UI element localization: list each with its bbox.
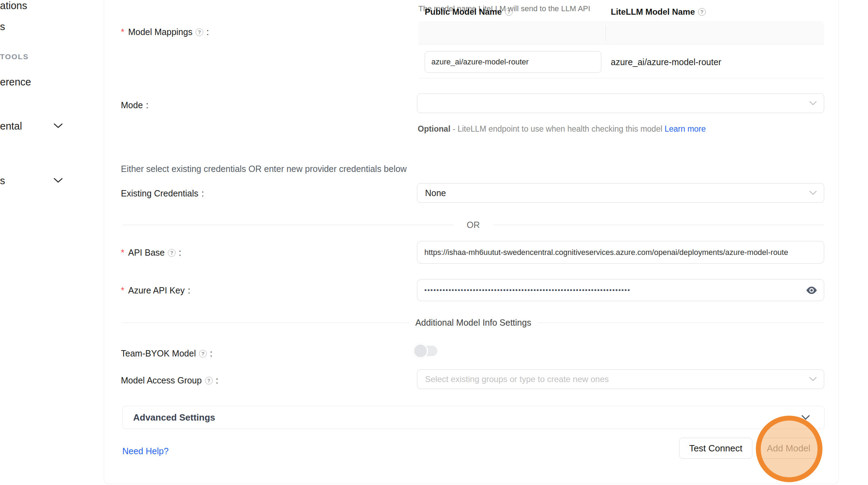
label-colon: : xyxy=(206,27,209,37)
masked-api-key-value: ••••••••••••••••••••••••••••••••••••••••… xyxy=(424,286,789,294)
model-mappings-label-text: Model Mappings xyxy=(128,27,192,37)
existing-credentials-label-text: Existing Credentials xyxy=(121,188,198,199)
model-access-group-label: Model Access Group ? : xyxy=(121,375,218,386)
advanced-settings-label: Advanced Settings xyxy=(133,412,215,423)
sidebar-item-clipped-3[interactable]: erence xyxy=(0,76,31,88)
chevron-down-icon xyxy=(809,101,817,106)
add-model-screen: ations s TOOLS erence ental s The model … xyxy=(0,0,868,485)
chevron-down-icon xyxy=(801,415,810,420)
toggle-knob xyxy=(413,343,428,359)
label-colon: : xyxy=(201,188,204,199)
api-base-input[interactable] xyxy=(417,241,824,264)
team-byok-toggle[interactable] xyxy=(413,343,438,359)
label-colon: : xyxy=(146,100,149,110)
api-base-label: * API Base ? : xyxy=(121,248,181,258)
mode-label-text: Mode xyxy=(121,100,143,110)
team-byok-label: Team-BYOK Model ? : xyxy=(121,348,212,359)
divider-line xyxy=(122,323,409,323)
azure-api-key-input[interactable]: ••••••••••••••••••••••••••••••••••••••••… xyxy=(417,279,824,301)
mode-select[interactable] xyxy=(417,93,824,113)
column-header-public-model-name: Public Model Name ? xyxy=(425,0,513,23)
or-divider: OR xyxy=(122,220,824,230)
help-icon[interactable]: ? xyxy=(168,249,176,257)
model-access-group-placeholder: Select existing groups or type to create… xyxy=(425,374,609,384)
help-icon[interactable]: ? xyxy=(199,350,207,358)
required-mark: * xyxy=(121,27,124,37)
model-mappings-table-header xyxy=(418,21,824,44)
required-mark: * xyxy=(121,248,124,258)
add-model-button[interactable]: Add Model xyxy=(759,438,819,459)
column-header-litellm-model-name: LiteLLM Model Name ? xyxy=(611,0,706,23)
table-column-divider xyxy=(606,26,606,41)
sidebar-item-clipped-2[interactable]: s xyxy=(0,21,5,33)
required-mark: * xyxy=(121,285,124,296)
need-help-link[interactable]: Need Help? xyxy=(122,446,169,456)
help-icon[interactable]: ? xyxy=(205,377,213,384)
help-icon[interactable]: ? xyxy=(196,28,203,36)
help-icon[interactable]: ? xyxy=(698,8,706,16)
existing-credentials-label: Existing Credentials : xyxy=(121,188,204,199)
test-connect-button[interactable]: Test Connect xyxy=(679,438,752,459)
mode-helper-bold: Optional xyxy=(418,124,450,133)
learn-more-link[interactable]: Learn more xyxy=(664,124,706,133)
public-model-name-input[interactable] xyxy=(425,51,601,73)
model-mappings-label: * Model Mappings ? : xyxy=(121,27,209,37)
divider-line xyxy=(493,225,824,225)
chevron-down-icon[interactable] xyxy=(53,177,63,183)
label-colon: : xyxy=(188,285,190,296)
model-access-group-select[interactable]: Select existing groups or type to create… xyxy=(417,369,824,389)
divider-line xyxy=(538,323,824,323)
azure-api-key-label: * Azure API Key : xyxy=(121,285,190,296)
additional-model-info-divider-text: Additional Model Info Settings xyxy=(415,318,531,328)
model-access-group-label-text: Model Access Group xyxy=(121,375,202,386)
chevron-down-icon xyxy=(809,190,817,195)
existing-credentials-value: None xyxy=(425,188,446,198)
label-colon: : xyxy=(210,348,212,359)
litellm-model-name-header-text: LiteLLM Model Name xyxy=(611,7,695,17)
label-colon: : xyxy=(216,375,218,386)
label-colon: : xyxy=(179,248,181,258)
team-byok-label-text: Team-BYOK Model xyxy=(121,348,196,359)
mode-helper-text: Optional - LiteLLM endpoint to use when … xyxy=(418,122,709,136)
eye-icon[interactable] xyxy=(806,284,818,296)
chevron-down-icon xyxy=(809,377,817,382)
mode-helper-rest: - LiteLLM endpoint to use when health ch… xyxy=(453,124,662,133)
divider-line xyxy=(122,225,453,225)
litellm-model-name-value: azure_ai/azure-model-router xyxy=(611,57,721,67)
sidebar-item-clipped-4[interactable]: ental xyxy=(0,120,22,132)
public-model-name-header-text: Public Model Name xyxy=(425,7,502,17)
sidebar-item-clipped-5[interactable]: s xyxy=(0,175,5,187)
or-divider-text: OR xyxy=(467,220,480,230)
existing-credentials-select[interactable]: None xyxy=(417,183,824,203)
additional-model-info-divider: Additional Model Info Settings xyxy=(122,318,824,328)
sidebar-section-tools: TOOLS xyxy=(0,53,29,61)
advanced-settings-panel[interactable]: Advanced Settings xyxy=(122,406,825,429)
mode-label: Mode : xyxy=(121,100,149,110)
help-icon[interactable]: ? xyxy=(505,8,513,16)
sidebar-item-clipped-1[interactable]: ations xyxy=(0,0,27,12)
api-base-label-text: API Base xyxy=(128,248,165,258)
chevron-down-icon[interactable] xyxy=(53,123,63,129)
azure-api-key-label-text: Azure API Key xyxy=(128,285,185,296)
credentials-note: Either select existing credentials OR en… xyxy=(121,164,407,174)
